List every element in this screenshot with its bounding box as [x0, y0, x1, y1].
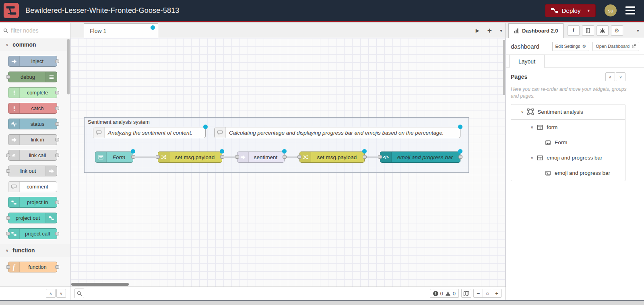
edit-settings-button[interactable]: Edit Settings ⚙	[552, 42, 590, 51]
palette-node-link-in[interactable]: link in	[8, 134, 57, 145]
output-port[interactable]	[283, 155, 287, 159]
palette-search[interactable]	[0, 23, 70, 38]
notification-counts[interactable]: ! 0 0	[430, 289, 459, 298]
tree-row-group-form[interactable]: ∨ form	[511, 120, 625, 135]
palette-node-function[interactable]: f function	[8, 262, 57, 272]
input-port[interactable]	[6, 169, 10, 173]
output-port[interactable]	[458, 155, 462, 159]
next-tab-button[interactable]: ▶	[476, 28, 479, 33]
collapse-all-button[interactable]: ∧	[46, 289, 56, 298]
output-port[interactable]	[131, 155, 135, 159]
canvas-search-button[interactable]	[74, 289, 84, 298]
flow-canvas[interactable]: Sentiment analysis system Analyzing the …	[70, 38, 506, 287]
palette-node-project-call[interactable]: project call	[8, 228, 57, 239]
open-dashboard-button[interactable]: Open Dashboard	[592, 42, 639, 51]
input-port[interactable]	[297, 155, 301, 159]
avatar-initials: su	[608, 8, 613, 14]
pages-title: Pages	[511, 74, 527, 80]
table-icon	[537, 125, 543, 130]
deploy-caret-icon[interactable]: ▾	[587, 8, 590, 13]
user-avatar[interactable]: su	[605, 4, 617, 16]
flow-node-sentiment[interactable]: sentiment	[237, 151, 285, 163]
palette-category-function[interactable]: ∨ function	[0, 244, 70, 257]
inject-arrow-icon	[8, 56, 20, 66]
palette-node-project-in[interactable]: project in	[8, 197, 57, 208]
output-port[interactable]	[220, 155, 224, 159]
palette-node-comment[interactable]: comment	[8, 181, 57, 192]
add-flow-button[interactable]: +	[487, 26, 492, 35]
main-menu-button[interactable]	[625, 6, 635, 14]
flow-list-button[interactable]: ▾	[500, 28, 502, 33]
tree-row-group-emoji-and-progress-bar[interactable]: ∨ emoji and progress bar	[511, 150, 625, 166]
debug-tab-button[interactable]	[597, 25, 609, 36]
palette-node-status[interactable]: status	[8, 119, 57, 129]
tree-label: emoji and progress bar	[547, 155, 602, 161]
sidebar-tabbar: Dashboard 2.0 i ⚙ ▾	[506, 23, 644, 38]
output-port[interactable]	[55, 201, 59, 204]
output-port[interactable]	[55, 265, 59, 269]
canvas-vertical-scrollbar[interactable]	[503, 40, 505, 95]
move-up-button[interactable]: ∧	[605, 72, 615, 81]
info-tab-button[interactable]: i	[568, 25, 580, 36]
tree-row-page-sentiment-analysis[interactable]: ∨ Sentiment analysis	[511, 104, 625, 120]
project-icon	[8, 197, 20, 207]
input-port[interactable]	[156, 155, 160, 159]
tab-flow-1[interactable]: Flow 1	[84, 23, 158, 38]
palette-node-inject[interactable]: inject	[8, 56, 57, 67]
deploy-button[interactable]: Deploy ▾	[545, 4, 596, 17]
pages-help-text: Here you can re-order and move your widg…	[511, 86, 627, 100]
zoom-out-button[interactable]: −	[473, 289, 483, 298]
tab-dashboard-2[interactable]: Dashboard 2.0	[508, 23, 564, 38]
tab-layout[interactable]: Layout	[509, 55, 545, 68]
tree-row-widget-emoji-and-progress-bar[interactable]: emoji and progress bar	[511, 166, 625, 181]
output-port[interactable]	[55, 59, 59, 63]
changed-dot	[203, 125, 208, 129]
input-port[interactable]	[6, 216, 10, 220]
editor-column: Flow 1 ▶ + ▾	[70, 23, 506, 300]
output-port[interactable]	[363, 155, 367, 159]
output-port[interactable]	[55, 154, 59, 157]
palette-node-debug[interactable]: debug	[8, 72, 57, 82]
output-port[interactable]	[55, 138, 59, 141]
tree-row-widget-form[interactable]: Form	[511, 135, 625, 150]
palette-node-catch[interactable]: catch	[8, 103, 57, 114]
chevron-down-icon[interactable]: ∨	[530, 156, 533, 160]
sidebar-menu-caret-icon[interactable]: ▾	[637, 28, 639, 33]
flow-node-change-1[interactable]: set msg.payload	[158, 151, 222, 163]
output-port[interactable]	[55, 122, 59, 126]
node-group-sentiment-analysis-system[interactable]: Sentiment analysis system	[84, 117, 469, 173]
zoom-reset-button[interactable]: ○	[483, 289, 492, 298]
palette-node-project-out[interactable]: project out	[8, 213, 57, 223]
palette-scrollbar[interactable]	[67, 39, 70, 94]
output-port[interactable]	[55, 106, 59, 110]
navigator-button[interactable]	[461, 289, 471, 298]
flow-node-template[interactable]: </> emoji and progress bar	[380, 151, 460, 163]
chevron-down-icon[interactable]: ∨	[521, 110, 524, 114]
output-port[interactable]	[55, 232, 59, 235]
input-port[interactable]	[6, 232, 10, 235]
input-port[interactable]	[6, 154, 10, 157]
flow-node-form[interactable]: Form	[95, 151, 133, 163]
input-port[interactable]	[235, 155, 239, 159]
chevron-down-icon: ∨	[6, 43, 8, 47]
comment-node-calculating[interactable]: Calculating percentage and displaying pr…	[214, 127, 460, 138]
output-port[interactable]	[55, 91, 59, 94]
comment-node-analyzing[interactable]: Analyzing the sentiment of content.	[93, 127, 206, 138]
palette-node-complete[interactable]: complete	[8, 87, 57, 98]
zoom-in-button[interactable]: +	[492, 289, 502, 298]
config-nodes-tab-button[interactable]: ⚙	[611, 25, 623, 36]
move-down-button[interactable]: ∨	[616, 72, 625, 81]
help-tab-button[interactable]	[582, 25, 594, 36]
filter-nodes-input[interactable]	[11, 27, 59, 34]
chevron-down-icon[interactable]: ∨	[530, 125, 533, 129]
palette-category-common[interactable]: ∨ common	[0, 38, 70, 51]
palette-node-link-call[interactable]: link call	[8, 150, 57, 161]
canvas-horizontal-scrollbar[interactable]	[71, 283, 129, 286]
palette-node-link-out[interactable]: link out	[8, 166, 57, 176]
expand-all-button[interactable]: ∨	[56, 289, 66, 298]
flow-node-change-2[interactable]: set msg.payload	[299, 151, 365, 163]
chevron-down-icon: ∨	[6, 248, 8, 253]
input-port[interactable]	[6, 265, 10, 269]
input-port[interactable]	[6, 75, 10, 79]
input-port[interactable]	[378, 155, 382, 159]
